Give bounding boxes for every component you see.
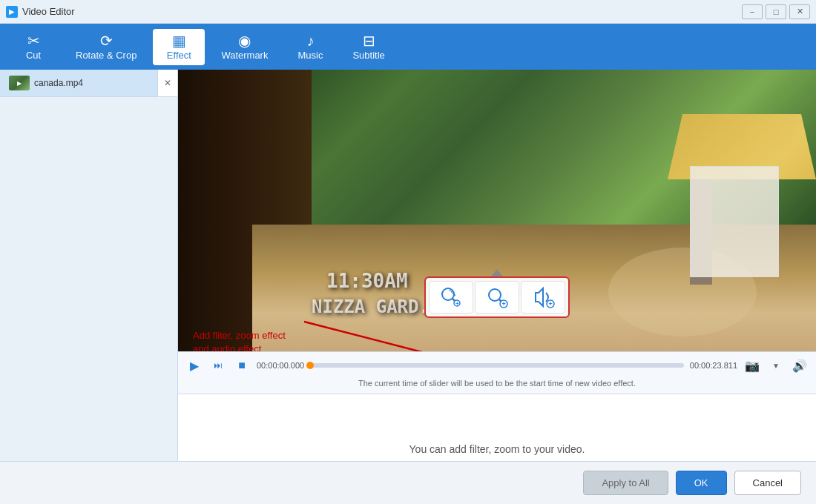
end-time: 00:00:23.811 [690, 361, 737, 370]
watermark-icon: ◉ [238, 33, 251, 48]
timeline-area: ▶ ⏭ ■ 00:00:00.000 00:00:23.811 📷 ▼ 🔊 Th… [178, 351, 816, 394]
sidebar-content [0, 97, 177, 480]
info-text: You can add filter, zoom to your video. [409, 443, 585, 455]
tab-music[interactable]: ♪ Music [284, 29, 336, 65]
subtitle-icon: ⊟ [363, 33, 375, 48]
play-button[interactable]: ▶ [185, 357, 203, 374]
step-forward-button[interactable]: ⏭ [209, 357, 227, 374]
file-close-button[interactable]: ✕ [158, 72, 177, 94]
timeline-track[interactable] [310, 363, 684, 368]
music-icon: ♪ [306, 33, 314, 48]
tab-cut[interactable]: ✂ Cut [7, 29, 59, 65]
file-name: canada.mp4 [34, 78, 83, 88]
tab-watermark-label: Watermark [221, 50, 268, 61]
main-area: ▶ canada.mp4 ✕ Material Effect [0, 70, 816, 504]
timeline-status: The current time of slider will be used … [185, 377, 809, 389]
svg-text:+: + [549, 300, 553, 308]
svg-text:+: + [455, 300, 459, 307]
effect-icon: ▦ [172, 33, 186, 48]
filter-effect-button[interactable]: + [429, 281, 473, 314]
tab-subtitle-label: Subtitle [352, 50, 384, 61]
annotation-text: Add fliter, zoom effect and audio effect [193, 329, 286, 351]
file-tab: ▶ canada.mp4 ✕ [0, 70, 177, 97]
playback-controls: ▶ ⏭ ■ 00:00:00.000 00:00:23.811 📷 ▼ 🔊 [185, 357, 809, 374]
close-button[interactable]: ✕ [789, 4, 810, 19]
tab-cut-label: Cut [26, 50, 41, 61]
window-title: Video Editor [22, 6, 75, 17]
stop-button[interactable]: ■ [233, 357, 251, 374]
sidebar: ▶ canada.mp4 ✕ Material Effect [0, 70, 178, 504]
tab-rotate-label: Rotate & Crop [76, 50, 136, 61]
zoom-effect-button[interactable]: + [475, 281, 519, 314]
apply-all-button[interactable]: Apply to All [583, 471, 668, 495]
tab-rotate[interactable]: ⟳ Rotate & Crop [62, 29, 150, 65]
tab-watermark[interactable]: ◉ Watermark [208, 29, 281, 65]
minimize-button[interactable]: − [742, 4, 763, 19]
rotate-icon: ⟳ [100, 33, 113, 48]
video-area: 11:30AM NIZZA GARD... Add fliter, zoom e… [178, 70, 816, 504]
audio-effect-button[interactable]: + [521, 281, 565, 314]
tab-effect-label: Effect [167, 50, 191, 61]
file-thumbnail: ▶ [9, 76, 30, 90]
video-preview: 11:30AM NIZZA GARD... Add fliter, zoom e… [178, 70, 816, 351]
svg-marker-11 [536, 288, 543, 306]
svg-point-2 [442, 288, 454, 300]
tab-music-label: Music [297, 50, 323, 61]
cut-icon: ✂ [27, 33, 40, 48]
camera-dropdown-button[interactable]: ▼ [767, 357, 785, 374]
file-tab-item[interactable]: ▶ canada.mp4 [0, 70, 158, 96]
ok-button[interactable]: OK [676, 471, 727, 495]
timeline-thumb[interactable] [306, 362, 314, 369]
tab-subtitle[interactable]: ⊟ Subtitle [339, 29, 398, 65]
restore-button[interactable]: □ [766, 4, 786, 19]
camera-button[interactable]: 📷 [743, 357, 761, 374]
tab-bar: ✂ Cut ⟳ Rotate & Crop ▦ Effect ◉ Waterma… [0, 24, 816, 70]
svg-point-7 [489, 289, 501, 301]
app-icon: ▶ [6, 6, 18, 18]
volume-button[interactable]: 🔊 [791, 357, 809, 374]
title-bar: ▶ Video Editor − □ ✕ [0, 0, 816, 24]
cancel-button[interactable]: Cancel [734, 471, 801, 495]
svg-text:+: + [502, 300, 506, 308]
start-time: 00:00:00.000 [257, 361, 304, 370]
footer: Apply to All OK Cancel [0, 461, 816, 504]
video-overlay-buttons: + + + [424, 276, 570, 318]
tab-effect[interactable]: ▦ Effect [153, 29, 205, 65]
